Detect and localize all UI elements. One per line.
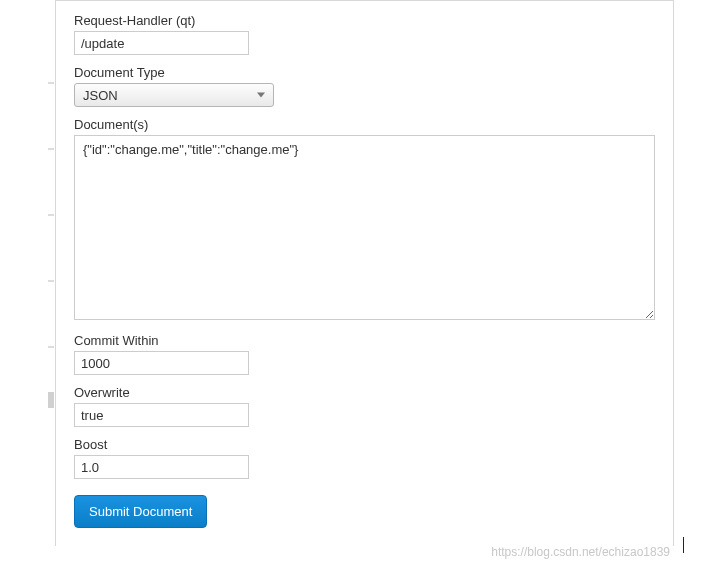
documents-group: Document(s) [74, 117, 655, 323]
commit-within-label: Commit Within [74, 333, 655, 348]
text-cursor-icon [683, 537, 684, 553]
boost-label: Boost [74, 437, 655, 452]
document-type-value: JSON [83, 88, 118, 103]
overwrite-group: Overwrite [74, 385, 655, 427]
submit-document-button[interactable]: Submit Document [74, 495, 207, 528]
document-type-select[interactable]: JSON [74, 83, 274, 107]
request-handler-input[interactable] [74, 31, 249, 55]
commit-within-input[interactable] [74, 351, 249, 375]
document-type-group: Document Type JSON [74, 65, 655, 107]
watermark-text: https://blog.csdn.net/echizao1839 [491, 545, 670, 559]
overwrite-input[interactable] [74, 403, 249, 427]
request-handler-group: Request-Handler (qt) [74, 13, 655, 55]
documents-textarea[interactable] [74, 135, 655, 320]
overwrite-label: Overwrite [74, 385, 655, 400]
document-type-label: Document Type [74, 65, 655, 80]
documents-label: Document(s) [74, 117, 655, 132]
commit-within-group: Commit Within [74, 333, 655, 375]
boost-group: Boost [74, 437, 655, 479]
request-handler-label: Request-Handler (qt) [74, 13, 655, 28]
chevron-down-icon [257, 93, 265, 98]
boost-input[interactable] [74, 455, 249, 479]
document-form-panel: Request-Handler (qt) Document Type JSON … [55, 0, 674, 546]
